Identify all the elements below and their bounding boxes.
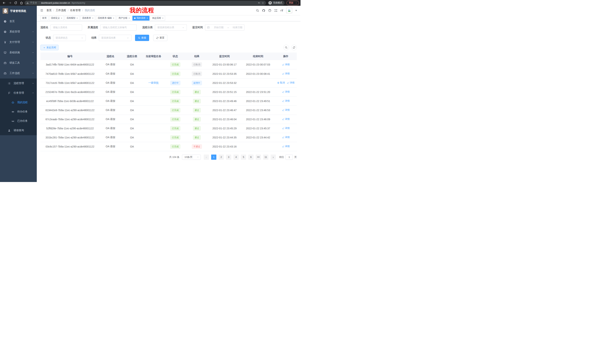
sidebar-item-4[interactable]: 研发工具	[0, 58, 37, 68]
avatar[interactable]	[286, 8, 292, 13]
result-select[interactable]: 请选择流结果	[99, 35, 131, 41]
tab-5[interactable]: 用户分组×	[117, 16, 131, 21]
action-detail[interactable]: 详情	[282, 72, 290, 75]
fullscreen-icon[interactable]	[274, 9, 278, 12]
page-button-5[interactable]: 5	[241, 154, 246, 160]
page-button-11[interactable]: 11	[263, 154, 268, 160]
prev-page-button[interactable]: ‹	[204, 154, 209, 160]
page-button-•••[interactable]: •••	[256, 154, 261, 160]
star-icon[interactable]: ☆	[262, 1, 264, 5]
github-icon[interactable]	[262, 9, 265, 12]
page-button-1[interactable]: 1	[211, 154, 216, 160]
tab-2[interactable]: 流程模型×	[65, 16, 80, 21]
sidebar-item-1[interactable]: 系统管理	[0, 27, 37, 37]
font-size-icon[interactable]: TT	[280, 9, 283, 12]
action-detail[interactable]: 详情	[282, 117, 290, 121]
goto-page-input[interactable]: 1	[285, 154, 293, 160]
sidebar-item-6[interactable]: 流程管理	[0, 78, 37, 88]
action-detail[interactable]: 详情	[287, 81, 295, 84]
menu-dots-icon[interactable]: ⋮	[295, 1, 297, 4]
sidebar-item-9[interactable]: 待办任务	[0, 107, 37, 116]
help-icon[interactable]	[268, 9, 271, 12]
back-icon[interactable]	[3, 1, 6, 4]
cell-status: 已完成	[165, 124, 186, 133]
owner-process-input[interactable]: 请输入流程定义的编号	[100, 24, 137, 31]
close-icon[interactable]: ×	[61, 17, 62, 19]
action-cancel[interactable]: 取消	[277, 81, 285, 84]
tab-4[interactable]: 流程表单-编辑×	[96, 16, 116, 21]
action-detail[interactable]: 详情	[282, 90, 290, 94]
cell-result: 通过	[186, 105, 208, 115]
home-icon[interactable]	[20, 1, 23, 4]
close-icon[interactable]: ×	[113, 17, 114, 19]
search-button[interactable]: 搜索	[135, 35, 149, 41]
tab-1[interactable]: 流程定义×	[49, 16, 64, 21]
hamburger-icon[interactable]	[40, 9, 43, 12]
close-icon[interactable]: ×	[77, 17, 78, 19]
reset-button[interactable]: 重置	[153, 35, 167, 41]
app-logo[interactable]: 芋道管理系统	[0, 6, 37, 16]
cell-task: 一级审批	[142, 78, 165, 87]
sidebar-item-10[interactable]: 已办任务	[0, 116, 37, 126]
cell-actions: 详情	[275, 69, 297, 78]
tab-7[interactable]: 发起流程×	[150, 16, 165, 21]
close-icon[interactable]: ×	[162, 17, 163, 19]
sidebar-item-8[interactable]: 我的流程	[0, 98, 37, 107]
url-bar[interactable]: 不安全 dashboard.yudao.iocoder.cn/bpm/task/…	[25, 1, 266, 5]
page-button-3[interactable]: 3	[226, 154, 231, 160]
refresh-table-button[interactable]	[291, 45, 297, 50]
tab-6[interactable]: 我的流程×	[132, 16, 150, 21]
status-select[interactable]: 请选择状态	[53, 35, 86, 41]
page-button-4[interactable]: 4	[233, 154, 239, 160]
date-range-picker[interactable]: 开始日期 - 结束日期	[205, 24, 244, 31]
action-detail[interactable]: 详情	[282, 99, 290, 103]
pen-icon	[287, 82, 289, 84]
page-button-6[interactable]: 6	[248, 154, 253, 160]
action-detail[interactable]: 详情	[282, 145, 290, 148]
page-size-select[interactable]: 10条/页	[182, 154, 201, 160]
action-detail[interactable]: 详情	[282, 108, 290, 112]
breadcrumb-item[interactable]: 工作流程	[56, 9, 66, 12]
cell-name: OA 请假	[99, 69, 121, 78]
key-icon[interactable]	[258, 2, 260, 4]
close-icon[interactable]: ×	[129, 17, 130, 19]
page-button-2[interactable]: 2	[219, 154, 224, 160]
task-link[interactable]: 一级审批	[148, 81, 159, 84]
table-header-row: 编号 流程名 流程分类 当前审批任务 状态 结果 提交时间 结束时间 操作	[40, 52, 297, 60]
sidebar-item-3[interactable]: 基础设施	[0, 47, 37, 58]
status-badge: 已完成	[170, 144, 180, 149]
search-icon[interactable]	[256, 9, 259, 12]
cell-id: 03c6c157-7b9a-11ec-a290-acde48001122	[40, 142, 99, 151]
cell-id: ec45f38f-7b9a-11ec-b03b-acde48001122	[40, 96, 99, 105]
breadcrumb-item[interactable]: 任务管理	[70, 9, 80, 12]
sidebar-item-11[interactable]: 请假查询	[0, 126, 37, 135]
action-detail[interactable]: 详情	[282, 63, 290, 66]
process-name-input[interactable]: 请输入流程名	[50, 24, 82, 31]
update-button[interactable]: 更新 ⋮	[286, 1, 299, 5]
caret-down-icon[interactable]: ▼	[295, 9, 297, 11]
create-process-button[interactable]: ＋ 发起流程	[40, 45, 59, 50]
close-icon[interactable]: ×	[147, 17, 148, 19]
chevron-up-icon	[32, 92, 34, 94]
cell-status: 已完成	[165, 96, 186, 105]
next-page-button[interactable]: ›	[270, 154, 276, 160]
tab-0[interactable]: 首页	[40, 16, 48, 21]
sidebar-item-7[interactable]: 任务管理	[0, 88, 37, 98]
sidebar-item-0[interactable]: 首页	[0, 16, 37, 27]
forward-icon[interactable]	[8, 1, 11, 4]
cell-status: 已完成	[165, 69, 186, 78]
sidebar-item-5[interactable]: 工作流程	[0, 68, 37, 78]
breadcrumb-item[interactable]: 首页	[46, 9, 52, 12]
cell-end-time: 2022-01-22 23:46:53	[241, 105, 275, 115]
reload-icon[interactable]	[14, 1, 17, 4]
cell-end-time: 2022-01-23 00:07:03	[241, 60, 275, 69]
close-icon[interactable]: ×	[92, 17, 93, 19]
action-detail[interactable]: 详情	[282, 126, 290, 130]
app-title: 芋道管理系统	[10, 9, 26, 13]
security-label[interactable]: 不安全	[30, 1, 37, 4]
show-search-button[interactable]	[283, 45, 289, 50]
action-detail[interactable]: 详情	[282, 136, 290, 139]
category-select[interactable]: 请选择流程分类	[155, 24, 187, 31]
tab-3[interactable]: 流程表单×	[80, 16, 95, 21]
sidebar-item-2[interactable]: 支付管理	[0, 37, 37, 47]
